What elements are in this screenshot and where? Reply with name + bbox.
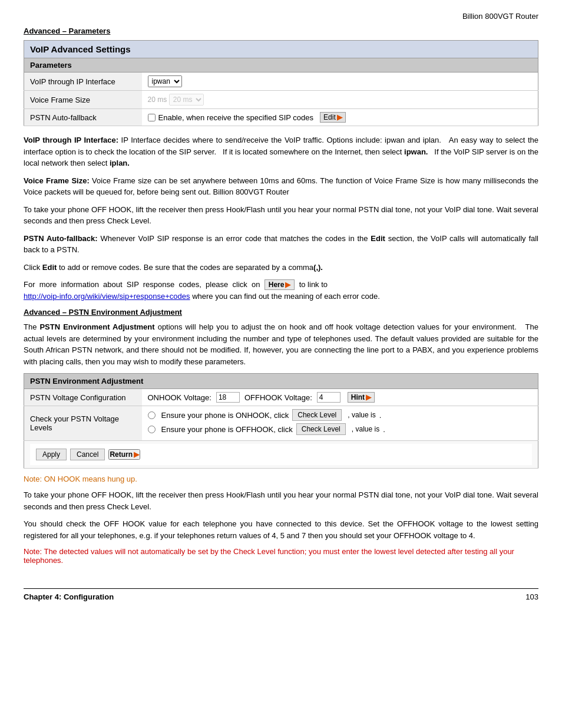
offhook-label: OFFHOOK Voltage: — [244, 393, 312, 402]
note1-text: Note: ON HOOK means hung up. — [24, 475, 538, 483]
voip-col-header-value — [142, 58, 538, 73]
pstn-voltage-config-label: PSTN Voltage Configuration — [24, 389, 142, 406]
table-row: PSTN Auto-fallback Enable, when receive … — [24, 109, 538, 126]
voice-frame-label: Voice Frame Size — [24, 91, 142, 109]
sip-response-text: For more information about SIP response … — [24, 279, 538, 302]
pstn-auto-label: PSTN Auto-fallback — [24, 109, 142, 126]
pstn-adjustment-table: PSTN Environment Adjustment PSTN Voltage… — [24, 373, 538, 469]
click-edit-text: Click Edit to add or remove codes. Be su… — [24, 262, 538, 274]
table-row: Voice Frame Size 20 ms 20 ms — [24, 91, 538, 109]
voip-settings-table: VoIP Advanced Settings Parameters VoIP t… — [24, 40, 538, 126]
off-hook-instruction: To take your phone OFF HOOK, lift the re… — [24, 489, 538, 512]
return-button[interactable]: Return ▶ — [108, 449, 140, 460]
pstn-intro-text: The PSTN Environment Adjustment options … — [24, 321, 538, 367]
apply-button[interactable]: Apply — [36, 449, 67, 460]
check-level-offhook-button[interactable]: Check Level — [296, 423, 346, 435]
voip-interface-desc: VoIP through IP Interface: IP Interface … — [24, 134, 538, 169]
hint-arrow-icon: ▶ — [366, 393, 371, 401]
chapter-label: Chapter 4: Configuration — [24, 592, 114, 601]
here-label: Here — [269, 281, 285, 289]
voice-frame-display: 20 ms — [148, 95, 167, 104]
action-row: Apply Cancel Return ▶ — [24, 441, 538, 469]
onhook-label: ONHOOK Voltage: — [148, 393, 211, 402]
pstn-auto-desc: PSTN Auto-fallback: Whenever VoIP SIP re… — [24, 233, 538, 256]
offhook-check-label: Ensure your phone is OFFHOOK, click — [161, 425, 293, 434]
here-button[interactable]: Here ▶ — [265, 279, 295, 290]
check-voltage-value: Ensure your phone is ONHOOK, click Check… — [142, 406, 538, 441]
cancel-button[interactable]: Cancel — [70, 449, 105, 460]
pstn-section-heading: Advanced – PSTN Environment Adjustment — [24, 308, 538, 317]
pstn-voltage-config-value: ONHOOK Voltage: OFFHOOK Voltage: Hint ▶ — [142, 389, 538, 406]
hint-label: Hint — [351, 393, 365, 401]
return-arrow-icon: ▶ — [134, 450, 139, 459]
voip-table-title: VoIP Advanced Settings — [24, 41, 538, 58]
offhook-value-is: , value is — [352, 425, 379, 433]
offhook-period: . — [383, 425, 385, 434]
table-row: Check your PSTN Voltage Levels Ensure yo… — [24, 406, 538, 441]
off-hook-check-desc: You should check the OFF HOOK value for … — [24, 518, 538, 541]
edit-button[interactable]: Edit ▶ — [320, 112, 346, 123]
onhook-value-is: , value is — [348, 411, 375, 419]
onhook-period: . — [379, 411, 382, 420]
page-number: 103 — [525, 592, 538, 601]
pstn-auto-checkbox[interactable] — [148, 114, 156, 121]
brand-text: Billion 800VGT Router — [24, 12, 538, 21]
onhook-radio[interactable] — [148, 411, 156, 419]
onhook-voltage-input[interactable] — [216, 392, 240, 403]
voice-frame-desc: Voice Frame Size: Voice Frame size can b… — [24, 175, 538, 198]
check-level-onhook-button[interactable]: Check Level — [292, 409, 342, 421]
voice-frame-select[interactable]: 20 ms — [169, 94, 204, 106]
ideal-setting-text: To take your phone OFF HOOK, lift the re… — [24, 204, 538, 227]
page-footer: Chapter 4: Configuration 103 — [24, 588, 538, 601]
return-label: Return — [110, 450, 133, 459]
edit-arrow-icon: ▶ — [337, 113, 342, 121]
offhook-radio[interactable] — [148, 426, 156, 433]
here-arrow-icon: ▶ — [285, 281, 290, 289]
note3-text: Note: The detected values will not autom… — [24, 547, 538, 565]
pstn-auto-checkbox-label: Enable, when receive the specified SIP c… — [158, 113, 314, 122]
table-row: PSTN Voltage Configuration ONHOOK Voltag… — [24, 389, 538, 406]
voice-frame-value: 20 ms 20 ms — [142, 91, 538, 109]
voip-col-header: Parameters — [24, 58, 142, 73]
voip-interface-select[interactable]: ipwan iplan — [148, 75, 182, 87]
pstn-auto-value: Enable, when receive the specified SIP c… — [142, 109, 538, 126]
hint-button[interactable]: Hint ▶ — [348, 392, 375, 403]
voip-interface-value: ipwan iplan — [142, 73, 538, 91]
check-voltage-label: Check your PSTN Voltage Levels — [24, 406, 142, 441]
table-row: VoIP through IP Interface ipwan iplan — [24, 73, 538, 91]
sip-codes-link[interactable]: http://voip-info.org/wiki/view/sip+respo… — [24, 292, 190, 301]
edit-label: Edit — [323, 113, 336, 121]
voip-interface-label: VoIP through IP Interface — [24, 73, 142, 91]
offhook-voltage-input[interactable] — [317, 392, 340, 403]
voip-section-heading: Advanced – Parameters — [24, 27, 538, 35]
onhook-check-label: Ensure your phone is ONHOOK, click — [161, 411, 289, 420]
pstn-table-title: PSTN Environment Adjustment — [24, 374, 538, 389]
